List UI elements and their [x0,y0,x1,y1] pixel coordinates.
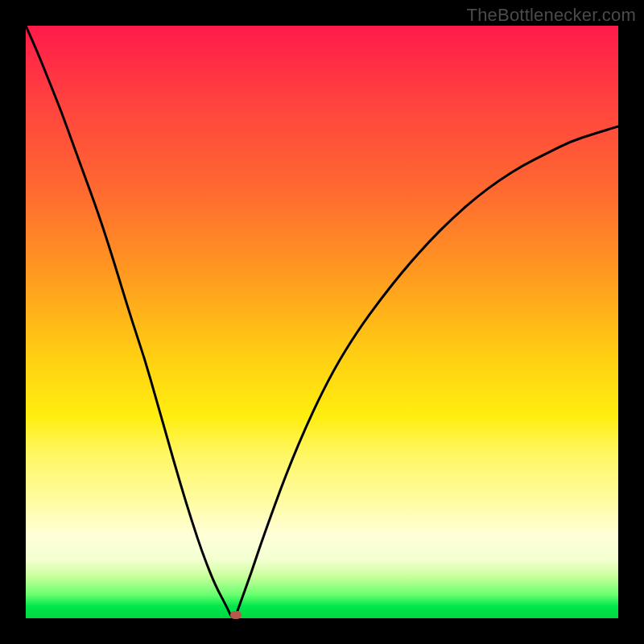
bottleneck-curve [26,26,618,618]
watermark-text: TheBottlenecker.com [467,5,636,26]
chart-frame: TheBottlenecker.com [0,0,644,644]
curve-path [26,26,618,617]
min-marker [230,611,242,619]
plot-area [26,26,618,618]
